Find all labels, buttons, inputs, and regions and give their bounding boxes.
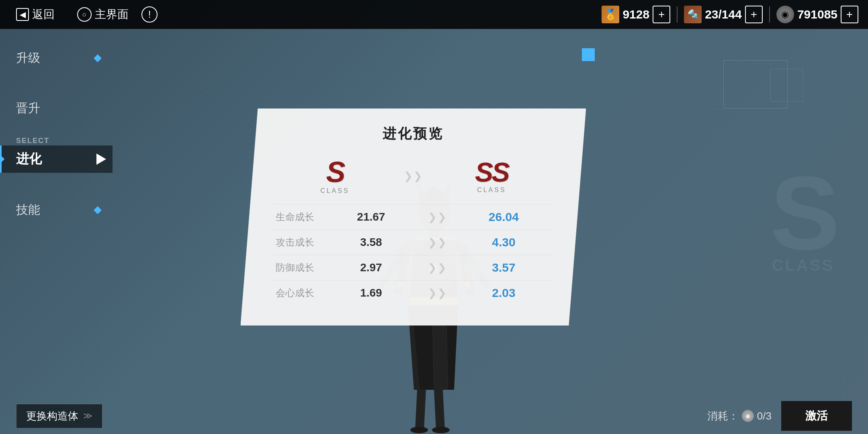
back-icon: ◀ bbox=[16, 8, 29, 21]
active-indicator bbox=[0, 155, 4, 164]
divider2 bbox=[769, 6, 770, 23]
sidebar-item-evolve[interactable]: SELECT 进化 bbox=[0, 145, 113, 173]
sidebar-promote-label: 晋升 bbox=[16, 100, 40, 117]
stat-crit-from: 1.69 bbox=[321, 287, 421, 299]
sidebar: 升级 晋升 SELECT 进化 技能 bbox=[0, 29, 113, 434]
from-class-badge: S CLASS bbox=[272, 158, 397, 194]
stat-attack-to: 4.30 bbox=[453, 235, 554, 249]
to-class-sub: CLASS bbox=[477, 186, 506, 194]
defense-double-arrow: ❯❯ bbox=[428, 262, 446, 274]
evolve-arrow bbox=[96, 154, 106, 165]
crit-double-arrow: ❯❯ bbox=[428, 287, 446, 299]
stat-attack-label: 攻击成长 bbox=[272, 236, 321, 249]
gold-icon: 🏅 bbox=[602, 6, 619, 23]
add-coins-button[interactable]: + bbox=[841, 6, 858, 23]
cost-value: 0/3 bbox=[757, 410, 772, 422]
stat-crit-to: 2.03 bbox=[453, 286, 554, 300]
stat-defense-arrow: ❯❯ bbox=[421, 262, 453, 274]
stat-defense-label: 防御成长 bbox=[272, 261, 321, 274]
evolution-panel: 进化预览 S CLASS ❯❯ SS CLASS 生命成长 bbox=[240, 108, 586, 326]
cost-currency-icon: ◉ bbox=[742, 410, 754, 422]
from-class-sub: CLASS bbox=[320, 187, 349, 194]
add-gold-button[interactable]: + bbox=[653, 6, 670, 23]
select-label: SELECT bbox=[16, 137, 49, 145]
panel-title: 进化预览 bbox=[272, 125, 554, 143]
divider1 bbox=[677, 6, 678, 23]
life-double-arrow: ❯❯ bbox=[428, 211, 446, 223]
gold-value: 9128 bbox=[622, 8, 649, 21]
to-class-badge: SS CLASS bbox=[429, 158, 554, 194]
top-bar-left: ◀ 返回 ○ 主界面 ! bbox=[10, 4, 158, 25]
stat-life-arrow: ❯❯ bbox=[421, 211, 453, 223]
sidebar-item-skill[interactable]: 技能 bbox=[0, 197, 113, 223]
stat-row-attack: 攻击成长 3.58 ❯❯ 4.30 bbox=[272, 229, 554, 255]
class-badges-row: S CLASS ❯❯ SS CLASS bbox=[272, 158, 554, 194]
stat-row-defense: 防御成长 2.97 ❯❯ 3.57 bbox=[272, 255, 554, 280]
stat-life-from: 21.67 bbox=[321, 211, 421, 223]
evolution-content: S CLASS ❯❯ SS CLASS 生命成长 21.67 ❯❯ 26 bbox=[272, 158, 554, 305]
sidebar-item-upgrade[interactable]: 升级 bbox=[0, 45, 113, 71]
add-slots-button[interactable]: + bbox=[745, 6, 763, 23]
bottom-right: 消耗： ◉ 0/3 激活 bbox=[707, 401, 852, 431]
class-arrow: ❯❯ bbox=[397, 170, 429, 182]
change-body-label: 更换构造体 bbox=[26, 409, 78, 423]
resource-group-slots: 🔩 23/144 + bbox=[684, 6, 763, 23]
attack-double-arrow: ❯❯ bbox=[428, 236, 446, 249]
warning-icon[interactable]: ! bbox=[141, 6, 158, 23]
home-label: 主界面 bbox=[95, 7, 129, 22]
sidebar-item-promote[interactable]: 晋升 bbox=[0, 95, 113, 121]
sidebar-evolve-label: 进化 bbox=[16, 150, 42, 168]
stat-crit-label: 会心成长 bbox=[272, 287, 321, 299]
stat-life-label: 生命成长 bbox=[272, 211, 321, 223]
skill-dot bbox=[94, 206, 102, 214]
stat-life-to: 26.04 bbox=[453, 210, 554, 224]
to-class-letter: SS bbox=[475, 158, 508, 186]
resource-group-coins: ◉ 791085 + bbox=[776, 6, 858, 23]
grid-decoration bbox=[723, 60, 788, 108]
top-bar: ◀ 返回 ○ 主界面 ! 🏅 9128 + 🔩 23/144 + ◉ 79108 bbox=[0, 0, 868, 29]
cost-label: 消耗： bbox=[707, 409, 739, 423]
slots-icon: 🔩 bbox=[684, 6, 702, 23]
stat-defense-to: 3.57 bbox=[453, 261, 554, 274]
coins-value: 791085 bbox=[797, 8, 837, 21]
home-button[interactable]: ○ 主界面 bbox=[71, 4, 135, 25]
svg-point-5 bbox=[432, 427, 450, 433]
sidebar-upgrade-label: 升级 bbox=[16, 50, 40, 66]
stat-crit-arrow: ❯❯ bbox=[421, 287, 453, 299]
svg-point-4 bbox=[410, 427, 428, 433]
home-icon: ○ bbox=[77, 7, 92, 22]
blue-square-decoration bbox=[582, 48, 595, 61]
top-bar-right: 🏅 9128 + 🔩 23/144 + ◉ 791085 + bbox=[602, 6, 858, 23]
stat-attack-arrow: ❯❯ bbox=[421, 236, 453, 249]
double-arrow-icon: ❯❯ bbox=[404, 170, 422, 182]
upgrade-dot bbox=[94, 54, 102, 62]
stat-row-life: 生命成长 21.67 ❯❯ 26.04 bbox=[272, 204, 554, 229]
sidebar-skill-label: 技能 bbox=[16, 202, 40, 218]
change-body-button[interactable]: 更换构造体 ≫ bbox=[16, 404, 102, 428]
from-class-letter: S bbox=[326, 158, 344, 186]
back-label: 返回 bbox=[32, 7, 55, 22]
resource-group-gold: 🏅 9128 + bbox=[602, 6, 670, 23]
slots-value: 23/144 bbox=[705, 8, 742, 21]
coins-icon: ◉ bbox=[776, 6, 794, 23]
stat-row-crit: 会心成长 1.69 ❯❯ 2.03 bbox=[272, 280, 554, 305]
back-button[interactable]: ◀ 返回 bbox=[10, 4, 61, 25]
activate-button[interactable]: 激活 bbox=[781, 401, 852, 431]
stat-attack-from: 3.58 bbox=[321, 236, 421, 249]
stat-defense-from: 2.97 bbox=[321, 261, 421, 274]
change-body-arrows-icon: ≫ bbox=[83, 411, 92, 421]
cost-info: 消耗： ◉ 0/3 bbox=[707, 409, 772, 423]
